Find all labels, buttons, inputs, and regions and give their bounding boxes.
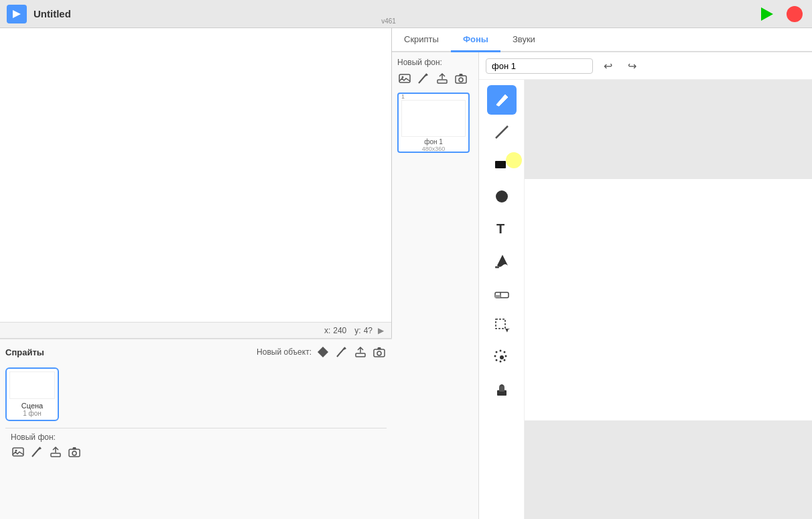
svg-point-39 (495, 359, 497, 361)
drawing-area: T (479, 80, 812, 519)
svg-point-38 (499, 361, 501, 363)
svg-rect-13 (51, 453, 60, 457)
bg-list-draw-button[interactable] (416, 71, 431, 86)
new-object-label: Новый объект: (257, 347, 312, 357)
top-bar: Untitled v461 (0, 0, 812, 28)
coords-bar: x: 240 y: 4? ▶ (0, 322, 391, 338)
svg-marker-3 (318, 347, 328, 357)
bg-upload-button[interactable] (48, 445, 63, 459)
svg-rect-29 (495, 292, 509, 298)
svg-rect-32 (496, 319, 505, 329)
collapse-arrow[interactable]: ▶ (375, 325, 386, 336)
scene-name: Сцена (21, 402, 43, 410)
svg-point-36 (504, 355, 506, 357)
scene-item[interactable]: Сцена 1 фон (5, 367, 59, 421)
x-label: x: (324, 326, 330, 335)
scene-info: 1 фон (23, 410, 42, 417)
bg-draw-button[interactable] (29, 445, 44, 459)
svg-point-33 (495, 351, 497, 353)
marquee-tool-button[interactable] (487, 343, 517, 372)
backdrop-number: 1 (401, 93, 405, 100)
new-bg-section: Новый фон: (5, 428, 387, 463)
bg-new-label: Новый фон: (397, 58, 473, 67)
svg-line-18 (419, 74, 427, 83)
tab-backgrounds[interactable]: Фоны (451, 28, 500, 52)
green-flag-button[interactable] (756, 3, 777, 25)
undo-button[interactable]: ↩ (598, 56, 617, 75)
svg-rect-31 (495, 295, 500, 298)
svg-line-4 (337, 347, 345, 357)
y-value: 4? (364, 326, 373, 335)
bg-list-image-button[interactable] (397, 71, 412, 86)
canvas-area[interactable] (525, 80, 812, 519)
rect-tool-button[interactable] (487, 150, 517, 179)
bg-new-buttons (397, 71, 473, 86)
new-bg-buttons (11, 445, 381, 459)
svg-line-24 (496, 126, 508, 138)
sprites-list: Сцена 1 фон (5, 365, 387, 421)
tools-sidebar: T (479, 80, 525, 519)
eraser-tool-button[interactable] (487, 278, 517, 308)
svg-rect-6 (356, 353, 365, 357)
tab-sounds[interactable]: Звуки (500, 28, 547, 52)
svg-point-41 (500, 355, 504, 359)
svg-point-35 (503, 351, 505, 353)
svg-line-23 (496, 105, 499, 106)
sprites-label: Спрайты (5, 347, 257, 357)
drawing-toolbar: ↩ ↪ Очистить (479, 52, 812, 80)
stop-button[interactable] (784, 3, 805, 25)
svg-point-8 (377, 351, 381, 355)
ellipse-tool-button[interactable] (487, 182, 517, 211)
backdrop-name-input[interactable] (486, 58, 593, 74)
svg-rect-20 (437, 80, 447, 83)
svg-text:T: T (496, 221, 504, 236)
svg-point-40 (494, 355, 496, 357)
main-layout: x: 240 y: 4? ▶ Спрайты Новый объект: (0, 28, 812, 519)
svg-rect-42 (497, 390, 506, 396)
backdrop-list: Новый фон: 1 (392, 52, 479, 519)
app-title: Untitled (33, 8, 380, 19)
logo-icon (7, 5, 27, 23)
bg-camera-button[interactable] (67, 445, 82, 459)
tab-scripts[interactable]: Скрипты (392, 28, 451, 52)
svg-point-37 (503, 359, 505, 361)
new-object-buttons (316, 345, 387, 359)
right-panel: Скрипты Фоны Звуки Новый фон: (392, 28, 812, 519)
backgrounds-content: Новый фон: 1 (392, 52, 812, 519)
pencil-tool-button[interactable] (487, 85, 517, 115)
y-label: y: (354, 326, 360, 335)
sprites-header: Спрайты Новый объект: (5, 345, 387, 359)
redo-button[interactable]: ↪ (622, 56, 641, 75)
bg-image-button[interactable] (11, 445, 25, 459)
backdrop-thumbnail[interactable]: 1 фон 1 480x360 (397, 93, 470, 153)
svg-rect-25 (495, 161, 506, 168)
svg-point-2 (787, 6, 803, 22)
svg-point-34 (499, 350, 501, 352)
tabs-bar: Скрипты Фоны Звуки (392, 28, 812, 52)
backdrop-thumb-size: 480x360 (422, 146, 446, 152)
bg-list-camera-button[interactable] (454, 71, 468, 86)
select-tool-button[interactable] (487, 310, 517, 340)
camera-new-object-button[interactable] (372, 345, 387, 359)
text-tool-button[interactable]: T (487, 214, 517, 243)
svg-rect-9 (13, 448, 23, 456)
svg-rect-43 (499, 386, 504, 392)
svg-marker-1 (761, 7, 773, 21)
line-tool-button[interactable] (487, 117, 517, 147)
left-panel: x: 240 y: 4? ▶ Спрайты Новый объект: (0, 28, 392, 519)
stage-canvas (0, 28, 391, 322)
bg-list-upload-button[interactable] (435, 71, 450, 86)
draw-new-object-button[interactable] (334, 345, 349, 359)
upload-new-object-button[interactable] (353, 345, 368, 359)
paint-new-object-button[interactable] (316, 345, 330, 359)
svg-rect-28 (495, 266, 499, 268)
svg-point-22 (459, 78, 463, 82)
svg-line-11 (32, 447, 40, 457)
stamp-tool-button[interactable] (487, 375, 517, 404)
fill-tool-button[interactable] (487, 246, 517, 276)
drawing-editor: ↩ ↪ Очистить (479, 52, 812, 519)
version-label: v461 (381, 17, 396, 25)
sprites-panel: Спрайты Новый объект: (0, 338, 392, 519)
drawing-canvas[interactable] (525, 179, 812, 420)
svg-point-26 (496, 190, 508, 203)
